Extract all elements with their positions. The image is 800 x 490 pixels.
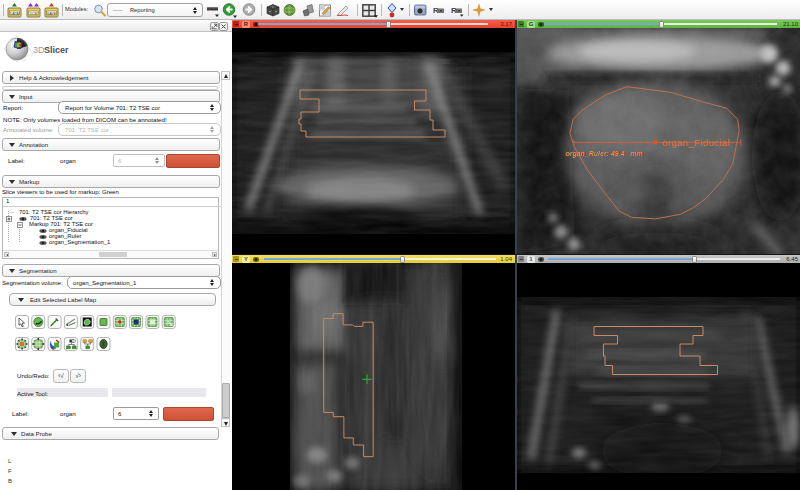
svg-text:SAVE: SAVE: [47, 12, 57, 16]
svg-text:DATA: DATA: [10, 12, 20, 16]
svg-text:organ_Fiducial: organ_Fiducial: [662, 137, 730, 148]
svg-text:DCM: DCM: [29, 12, 37, 16]
svg-text:organ_Ruler: 49.4 mm: organ_Ruler: 49.4 mm: [565, 150, 642, 158]
svg-text:Slicer: Slicer: [44, 45, 69, 55]
